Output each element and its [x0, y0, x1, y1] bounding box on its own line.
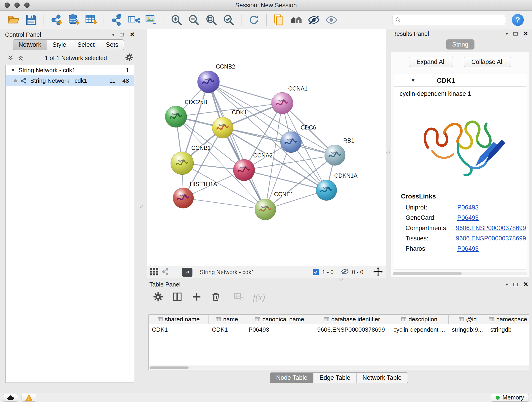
column-header[interactable]: name: [209, 315, 245, 324]
toolbar-search[interactable]: [392, 15, 506, 25]
delete-column-button[interactable]: [211, 292, 221, 303]
right-splitter-grip[interactable]: [386, 151, 390, 154]
network-edge[interactable]: [183, 198, 265, 210]
network-share-button[interactable]: [161, 268, 170, 277]
hide-selected-button[interactable]: [305, 12, 323, 27]
panel-menu-icon[interactable]: ▾: [112, 32, 114, 37]
table-cell[interactable]: stringdb:9...: [449, 326, 487, 333]
panel-menu-icon[interactable]: ▾: [506, 31, 508, 36]
section-disclosure-triangle-icon[interactable]: ▼: [411, 77, 416, 83]
table-data-row[interactable]: CDK1CDK1P064939606.ENSP00000378699cyclin…: [149, 324, 529, 335]
column-header[interactable]: shared name: [149, 315, 209, 324]
save-session-button[interactable]: [22, 12, 40, 27]
left-splitter-grip[interactable]: [140, 205, 143, 208]
refresh-icon: [248, 14, 260, 26]
expand-all-networks-button[interactable]: [17, 54, 25, 62]
show-columns-button[interactable]: [172, 292, 182, 303]
table-cell[interactable]: P06493: [245, 326, 314, 333]
network-edge[interactable]: [209, 82, 282, 103]
delete-table-button-disabled: [234, 292, 244, 303]
search-input[interactable]: [403, 16, 503, 23]
column-header[interactable]: namespace: [487, 315, 529, 324]
table-cell[interactable]: CDK1: [209, 326, 245, 333]
tab-node-table[interactable]: Node Table: [270, 372, 313, 383]
detach-view-button[interactable]: [182, 268, 192, 277]
column-header[interactable]: database identifier: [314, 315, 390, 324]
tab-select[interactable]: Select: [72, 39, 100, 50]
tab-network[interactable]: Network: [13, 39, 47, 50]
tab-network-table[interactable]: Network Table: [356, 372, 408, 383]
results-horizontal-scrollbar[interactable]: [393, 272, 527, 275]
table-horizontal-scrollbar[interactable]: [149, 366, 529, 370]
network-row-selected[interactable]: String Network - cdk1 11 48: [6, 75, 134, 86]
zoom-selected-button[interactable]: [220, 12, 237, 27]
tab-string[interactable]: String: [446, 39, 475, 50]
table-cell[interactable]: stringdb: [487, 326, 529, 333]
crosslink-link[interactable]: P06493: [457, 214, 479, 221]
eye-icon: [325, 14, 337, 26]
import-network-file-button[interactable]: [48, 12, 65, 27]
expand-all-button[interactable]: Expand All: [409, 57, 453, 67]
network-edge[interactable]: [209, 82, 265, 210]
column-header[interactable]: @id: [449, 315, 487, 324]
column-header[interactable]: canonical name: [245, 315, 314, 324]
crosslink-link[interactable]: 9606.ENSP00000378699: [456, 235, 526, 242]
panel-float-icon[interactable]: [513, 32, 518, 36]
toolbar-separator: [44, 14, 44, 26]
import-network-database-button[interactable]: [65, 12, 82, 27]
pan-tool-button[interactable]: [374, 267, 383, 278]
table-toolbar: f(x): [147, 290, 531, 305]
warnings-button[interactable]: [22, 394, 36, 402]
network-options-gear-button[interactable]: [125, 53, 133, 63]
export-table-button[interactable]: [125, 12, 143, 27]
export-image-button[interactable]: [143, 12, 160, 27]
tab-sets[interactable]: Sets: [100, 39, 124, 50]
open-session-button[interactable]: [5, 12, 22, 27]
panel-close-icon[interactable]: ✕: [523, 281, 528, 288]
zoom-out-button[interactable]: [185, 12, 203, 27]
crosslink-link[interactable]: 9606.ENSP00000378699: [456, 225, 526, 232]
table-cell[interactable]: cyclin-dependent ...: [390, 326, 449, 333]
table-cell[interactable]: CDK1: [149, 326, 209, 333]
copy-document-button[interactable]: [270, 12, 288, 27]
panel-float-icon[interactable]: [513, 283, 518, 286]
export-network-button[interactable]: [108, 12, 125, 27]
crosslink-link[interactable]: P06493: [457, 245, 479, 252]
memory-button[interactable]: Memory: [491, 394, 529, 402]
panel-close-icon[interactable]: ✕: [523, 31, 528, 37]
birdseye-toggle-button[interactable]: [150, 268, 158, 277]
show-all-button[interactable]: [323, 12, 340, 27]
help-button[interactable]: ?: [512, 14, 524, 26]
apply-layout-button[interactable]: [245, 12, 263, 27]
table-cell[interactable]: 9606.ENSP00000378699: [314, 326, 390, 333]
hidden-eye-icon[interactable]: [341, 268, 349, 277]
results-panel-title: Results Panel: [392, 30, 429, 37]
zoom-in-button[interactable]: [168, 12, 185, 27]
create-column-button[interactable]: [191, 292, 202, 303]
collapse-all-networks-button[interactable]: [6, 54, 15, 62]
scrollbar-thumb[interactable]: [393, 272, 462, 275]
column-header[interactable]: description: [390, 315, 449, 324]
panel-float-icon[interactable]: [120, 33, 124, 36]
table-panel: Table Panel ▾ ✕ f(x) shared namenamecano…: [147, 280, 531, 384]
scrollbar-thumb[interactable]: [150, 366, 189, 369]
cloud-status-button[interactable]: [3, 394, 18, 402]
collapse-all-button[interactable]: Collapse All: [464, 57, 511, 67]
panel-menu-icon[interactable]: ▾: [506, 282, 508, 287]
crosshair-move-icon: [374, 267, 383, 276]
first-neighbors-button[interactable]: [288, 12, 305, 27]
network-canvas[interactable]: CCNB2CCNA1CDC25BCDK1CDC6RB1CCNB1CCNA2CDK…: [147, 29, 386, 266]
tab-style[interactable]: Style: [47, 39, 72, 50]
panel-close-icon[interactable]: ✕: [129, 32, 135, 38]
network-collection-row[interactable]: ▼ String Network - cdk1 1: [6, 65, 134, 75]
import-table-file-button[interactable]: [82, 12, 100, 27]
disclosure-triangle-icon[interactable]: ▼: [11, 68, 15, 73]
table-options-gear-button[interactable]: [153, 292, 163, 303]
selected-checkbox-icon[interactable]: [313, 269, 319, 275]
cloud-icon: [7, 395, 14, 401]
tab-edge-table[interactable]: Edge Table: [313, 372, 356, 383]
zoom-fit-button[interactable]: [203, 12, 220, 27]
grid-icon: [150, 268, 158, 276]
crosslink-link[interactable]: P06493: [457, 204, 479, 211]
network-edge-count: 48: [122, 77, 129, 84]
